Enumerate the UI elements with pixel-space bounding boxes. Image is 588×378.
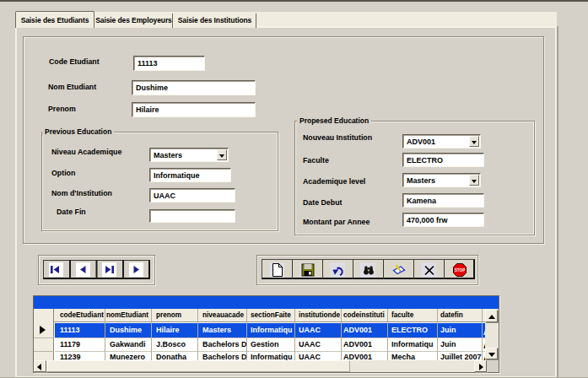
svg-text:STOP: STOP (455, 268, 465, 273)
